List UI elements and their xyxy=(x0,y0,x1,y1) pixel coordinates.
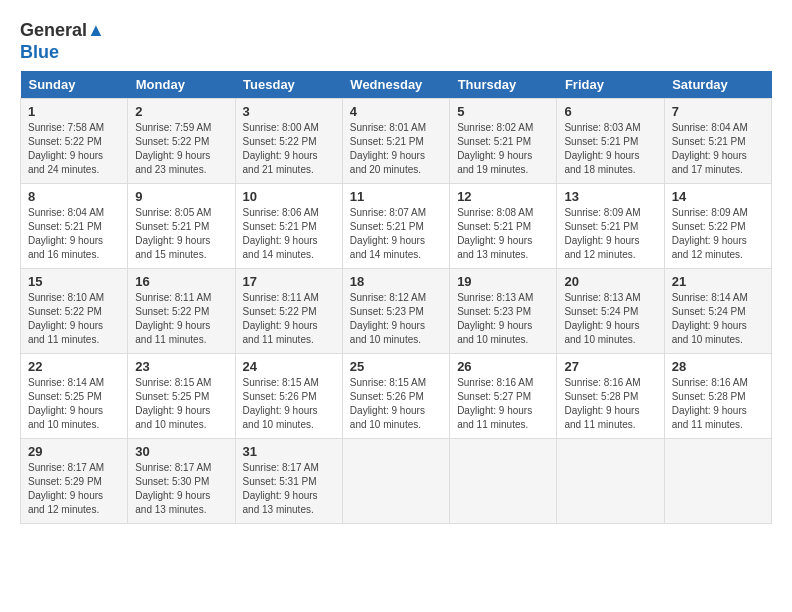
day-number: 7 xyxy=(672,104,764,119)
day-number: 6 xyxy=(564,104,656,119)
day-info: Sunrise: 8:16 AM Sunset: 5:28 PM Dayligh… xyxy=(564,376,656,432)
calendar-cell: 14Sunrise: 8:09 AM Sunset: 5:22 PM Dayli… xyxy=(664,184,771,269)
day-info: Sunrise: 8:05 AM Sunset: 5:21 PM Dayligh… xyxy=(135,206,227,262)
day-info: Sunrise: 8:10 AM Sunset: 5:22 PM Dayligh… xyxy=(28,291,120,347)
day-info: Sunrise: 8:04 AM Sunset: 5:21 PM Dayligh… xyxy=(28,206,120,262)
day-number: 1 xyxy=(28,104,120,119)
calendar-body: 1Sunrise: 7:58 AM Sunset: 5:22 PM Daylig… xyxy=(21,99,772,524)
day-info: Sunrise: 8:01 AM Sunset: 5:21 PM Dayligh… xyxy=(350,121,442,177)
calendar-cell: 29Sunrise: 8:17 AM Sunset: 5:29 PM Dayli… xyxy=(21,439,128,524)
day-info: Sunrise: 8:11 AM Sunset: 5:22 PM Dayligh… xyxy=(135,291,227,347)
day-info: Sunrise: 8:13 AM Sunset: 5:24 PM Dayligh… xyxy=(564,291,656,347)
day-info: Sunrise: 8:02 AM Sunset: 5:21 PM Dayligh… xyxy=(457,121,549,177)
day-header-tuesday: Tuesday xyxy=(235,71,342,99)
calendar-cell: 2Sunrise: 7:59 AM Sunset: 5:22 PM Daylig… xyxy=(128,99,235,184)
day-info: Sunrise: 8:12 AM Sunset: 5:23 PM Dayligh… xyxy=(350,291,442,347)
day-info: Sunrise: 8:00 AM Sunset: 5:22 PM Dayligh… xyxy=(243,121,335,177)
day-info: Sunrise: 7:58 AM Sunset: 5:22 PM Dayligh… xyxy=(28,121,120,177)
calendar-cell: 10Sunrise: 8:06 AM Sunset: 5:21 PM Dayli… xyxy=(235,184,342,269)
calendar-cell: 26Sunrise: 8:16 AM Sunset: 5:27 PM Dayli… xyxy=(450,354,557,439)
day-number: 23 xyxy=(135,359,227,374)
day-header-friday: Friday xyxy=(557,71,664,99)
day-info: Sunrise: 8:17 AM Sunset: 5:30 PM Dayligh… xyxy=(135,461,227,517)
day-number: 2 xyxy=(135,104,227,119)
calendar-cell: 4Sunrise: 8:01 AM Sunset: 5:21 PM Daylig… xyxy=(342,99,449,184)
day-number: 28 xyxy=(672,359,764,374)
day-header-wednesday: Wednesday xyxy=(342,71,449,99)
calendar-cell xyxy=(557,439,664,524)
calendar-cell: 21Sunrise: 8:14 AM Sunset: 5:24 PM Dayli… xyxy=(664,269,771,354)
calendar-cell: 17Sunrise: 8:11 AM Sunset: 5:22 PM Dayli… xyxy=(235,269,342,354)
logo: General▲ Blue xyxy=(20,20,105,63)
calendar-table: SundayMondayTuesdayWednesdayThursdayFrid… xyxy=(20,71,772,524)
day-info: Sunrise: 8:09 AM Sunset: 5:21 PM Dayligh… xyxy=(564,206,656,262)
calendar-week-1: 1Sunrise: 7:58 AM Sunset: 5:22 PM Daylig… xyxy=(21,99,772,184)
day-number: 13 xyxy=(564,189,656,204)
calendar-week-2: 8Sunrise: 8:04 AM Sunset: 5:21 PM Daylig… xyxy=(21,184,772,269)
day-header-sunday: Sunday xyxy=(21,71,128,99)
calendar-cell: 11Sunrise: 8:07 AM Sunset: 5:21 PM Dayli… xyxy=(342,184,449,269)
day-number: 25 xyxy=(350,359,442,374)
calendar-cell xyxy=(342,439,449,524)
calendar-cell: 19Sunrise: 8:13 AM Sunset: 5:23 PM Dayli… xyxy=(450,269,557,354)
calendar-cell: 6Sunrise: 8:03 AM Sunset: 5:21 PM Daylig… xyxy=(557,99,664,184)
calendar-week-3: 15Sunrise: 8:10 AM Sunset: 5:22 PM Dayli… xyxy=(21,269,772,354)
day-info: Sunrise: 8:17 AM Sunset: 5:31 PM Dayligh… xyxy=(243,461,335,517)
day-info: Sunrise: 7:59 AM Sunset: 5:22 PM Dayligh… xyxy=(135,121,227,177)
calendar-cell: 7Sunrise: 8:04 AM Sunset: 5:21 PM Daylig… xyxy=(664,99,771,184)
calendar-cell: 27Sunrise: 8:16 AM Sunset: 5:28 PM Dayli… xyxy=(557,354,664,439)
day-number: 20 xyxy=(564,274,656,289)
day-info: Sunrise: 8:16 AM Sunset: 5:28 PM Dayligh… xyxy=(672,376,764,432)
day-number: 17 xyxy=(243,274,335,289)
calendar-cell: 20Sunrise: 8:13 AM Sunset: 5:24 PM Dayli… xyxy=(557,269,664,354)
day-info: Sunrise: 8:15 AM Sunset: 5:25 PM Dayligh… xyxy=(135,376,227,432)
calendar-cell: 28Sunrise: 8:16 AM Sunset: 5:28 PM Dayli… xyxy=(664,354,771,439)
day-number: 31 xyxy=(243,444,335,459)
calendar-cell: 12Sunrise: 8:08 AM Sunset: 5:21 PM Dayli… xyxy=(450,184,557,269)
calendar-cell: 13Sunrise: 8:09 AM Sunset: 5:21 PM Dayli… xyxy=(557,184,664,269)
calendar-cell: 22Sunrise: 8:14 AM Sunset: 5:25 PM Dayli… xyxy=(21,354,128,439)
day-info: Sunrise: 8:15 AM Sunset: 5:26 PM Dayligh… xyxy=(243,376,335,432)
day-info: Sunrise: 8:03 AM Sunset: 5:21 PM Dayligh… xyxy=(564,121,656,177)
calendar-cell: 9Sunrise: 8:05 AM Sunset: 5:21 PM Daylig… xyxy=(128,184,235,269)
calendar-cell: 24Sunrise: 8:15 AM Sunset: 5:26 PM Dayli… xyxy=(235,354,342,439)
calendar-cell: 23Sunrise: 8:15 AM Sunset: 5:25 PM Dayli… xyxy=(128,354,235,439)
logo-line2: Blue xyxy=(20,42,105,64)
calendar-week-4: 22Sunrise: 8:14 AM Sunset: 5:25 PM Dayli… xyxy=(21,354,772,439)
calendar-week-5: 29Sunrise: 8:17 AM Sunset: 5:29 PM Dayli… xyxy=(21,439,772,524)
day-number: 15 xyxy=(28,274,120,289)
day-number: 11 xyxy=(350,189,442,204)
day-info: Sunrise: 8:13 AM Sunset: 5:23 PM Dayligh… xyxy=(457,291,549,347)
calendar-cell: 16Sunrise: 8:11 AM Sunset: 5:22 PM Dayli… xyxy=(128,269,235,354)
day-info: Sunrise: 8:09 AM Sunset: 5:22 PM Dayligh… xyxy=(672,206,764,262)
day-number: 4 xyxy=(350,104,442,119)
calendar-cell: 25Sunrise: 8:15 AM Sunset: 5:26 PM Dayli… xyxy=(342,354,449,439)
day-number: 3 xyxy=(243,104,335,119)
day-info: Sunrise: 8:17 AM Sunset: 5:29 PM Dayligh… xyxy=(28,461,120,517)
logo-line1: General▲ xyxy=(20,20,105,42)
calendar-cell: 1Sunrise: 7:58 AM Sunset: 5:22 PM Daylig… xyxy=(21,99,128,184)
calendar-cell: 3Sunrise: 8:00 AM Sunset: 5:22 PM Daylig… xyxy=(235,99,342,184)
calendar-header: SundayMondayTuesdayWednesdayThursdayFrid… xyxy=(21,71,772,99)
day-number: 10 xyxy=(243,189,335,204)
day-header-monday: Monday xyxy=(128,71,235,99)
calendar-cell: 5Sunrise: 8:02 AM Sunset: 5:21 PM Daylig… xyxy=(450,99,557,184)
day-header-thursday: Thursday xyxy=(450,71,557,99)
day-number: 14 xyxy=(672,189,764,204)
day-number: 19 xyxy=(457,274,549,289)
calendar-cell xyxy=(664,439,771,524)
calendar-cell: 30Sunrise: 8:17 AM Sunset: 5:30 PM Dayli… xyxy=(128,439,235,524)
day-info: Sunrise: 8:06 AM Sunset: 5:21 PM Dayligh… xyxy=(243,206,335,262)
day-info: Sunrise: 8:14 AM Sunset: 5:24 PM Dayligh… xyxy=(672,291,764,347)
day-info: Sunrise: 8:07 AM Sunset: 5:21 PM Dayligh… xyxy=(350,206,442,262)
day-number: 21 xyxy=(672,274,764,289)
day-number: 24 xyxy=(243,359,335,374)
calendar-cell: 8Sunrise: 8:04 AM Sunset: 5:21 PM Daylig… xyxy=(21,184,128,269)
day-info: Sunrise: 8:11 AM Sunset: 5:22 PM Dayligh… xyxy=(243,291,335,347)
calendar-cell xyxy=(450,439,557,524)
day-info: Sunrise: 8:08 AM Sunset: 5:21 PM Dayligh… xyxy=(457,206,549,262)
day-header-saturday: Saturday xyxy=(664,71,771,99)
day-number: 18 xyxy=(350,274,442,289)
day-number: 29 xyxy=(28,444,120,459)
day-info: Sunrise: 8:15 AM Sunset: 5:26 PM Dayligh… xyxy=(350,376,442,432)
